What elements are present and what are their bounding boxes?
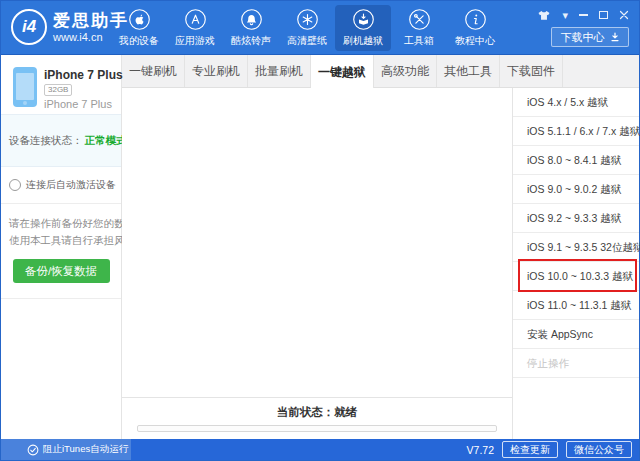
connection-status-value: 正常模式 xyxy=(85,134,127,148)
version-label: V7.72 xyxy=(467,444,494,456)
warning-line-1: 请在操作前备份好您的数据 xyxy=(9,215,113,232)
check-update-button[interactable]: 检查更新 xyxy=(502,441,558,458)
jailbreak-item-ios9-32bit[interactable]: iOS 9.1 ~ 9.3.5 32位越狱 xyxy=(513,233,639,262)
jailbreak-item-label: iOS 5.1.1 / 6.x / 7.x 越狱 xyxy=(527,125,640,137)
jailbreak-item-ios11[interactable]: iOS 11.0 ~ 11.3.1 越狱 xyxy=(513,291,639,320)
nav-item-apps-games[interactable]: 应用游戏 xyxy=(167,5,223,51)
jailbreak-item-label: 安装 AppSync xyxy=(527,328,593,340)
jailbreak-item-label: iOS 9.2 ~ 9.3.3 越狱 xyxy=(527,212,621,224)
tool-tabbar: 一键刷机 专业刷机 批量刷机 一键越狱 高级功能 其他工具 下载固件 xyxy=(122,55,639,88)
footer-right: V7.72 检查更新 微信公众号 xyxy=(467,441,639,458)
tab-pro-flash[interactable]: 专业刷机 xyxy=(185,55,248,87)
tab-advanced[interactable]: 高级功能 xyxy=(374,55,437,87)
nav-item-flash-jailbreak[interactable]: 刷机越狱 xyxy=(335,5,391,51)
info-icon xyxy=(464,8,487,31)
install-appsync-item[interactable]: 安装 AppSync xyxy=(513,320,639,349)
bell-icon xyxy=(240,8,263,31)
jailbreak-item-label: iOS 11.0 ~ 11.3.1 越狱 xyxy=(527,299,631,311)
footer-bar: 阻止iTunes自动运行 V7.72 检查更新 微信公众号 xyxy=(1,439,639,460)
close-button[interactable] xyxy=(619,10,629,20)
nav-label: 酷炫铃声 xyxy=(231,34,271,48)
current-status-text: 当前状态：就绪 xyxy=(122,405,512,420)
minimize-button[interactable] xyxy=(579,14,588,16)
stop-operation-item: 停止操作 xyxy=(513,349,639,378)
nav-label: 教程中心 xyxy=(455,34,495,48)
device-sidebar: iPhone 7 Plus 32GB iPhone 7 Plus 设备连接状态：… xyxy=(1,55,122,439)
nav-label: 工具箱 xyxy=(404,34,434,48)
nav-item-wallpapers[interactable]: 高清壁纸 xyxy=(279,5,335,51)
tab-one-click-jailbreak[interactable]: 一键越狱 xyxy=(311,55,374,89)
nav-label: 高清壁纸 xyxy=(287,34,327,48)
apple-icon xyxy=(128,8,151,31)
jailbreak-item-ios4-5[interactable]: iOS 4.x / 5.x 越狱 xyxy=(513,88,639,117)
jailbreak-item-label: iOS 8.0 ~ 8.4.1 越狱 xyxy=(527,154,621,166)
app-window: i4 爱思助手 www.i4.cn 我的设备 应用 xyxy=(0,0,640,461)
tab-one-click-flash[interactable]: 一键刷机 xyxy=(122,55,185,87)
nav-item-ringtones[interactable]: 酷炫铃声 xyxy=(223,5,279,51)
jailbreak-item-label: iOS 4.x / 5.x 越狱 xyxy=(527,96,608,108)
appstore-icon xyxy=(184,8,207,31)
i4-logo-icon: i4 xyxy=(11,9,47,45)
connection-status-label: 设备连接状态： xyxy=(9,134,83,148)
auto-activate-option[interactable]: 连接后自动激活设备 xyxy=(1,167,121,204)
device-card: iPhone 7 Plus 32GB iPhone 7 Plus xyxy=(1,63,121,114)
nav-label: 我的设备 xyxy=(119,34,159,48)
nav-label: 应用游戏 xyxy=(175,34,215,48)
jailbreak-item-ios8[interactable]: iOS 8.0 ~ 8.4.1 越狱 xyxy=(513,146,639,175)
auto-activate-label: 连接后自动激活设备 xyxy=(26,178,116,192)
tab-other-tools[interactable]: 其他工具 xyxy=(437,55,500,87)
tab-batch-flash[interactable]: 批量刷机 xyxy=(248,55,311,87)
jailbreak-item-label: iOS 10.0 ~ 10.3.3 越狱 xyxy=(527,270,633,282)
tools-icon xyxy=(408,8,431,31)
check-circle-icon xyxy=(27,444,39,456)
tab-download-firmware[interactable]: 下载固件 xyxy=(500,55,563,87)
header-bar: i4 爱思助手 www.i4.cn 我的设备 应用 xyxy=(1,1,639,55)
warning-line-2: 使用本工具请自行承担风险 xyxy=(9,232,113,249)
backup-restore-button[interactable]: 备份/恢复数据 xyxy=(13,259,110,283)
content-area: 当前状态：就绪 xyxy=(122,88,512,439)
download-center-label: 下载中心 xyxy=(561,30,605,45)
nav-item-my-device[interactable]: 我的设备 xyxy=(111,5,167,51)
jailbreak-item-ios9-0[interactable]: iOS 9.0 ~ 9.0.2 越狱 xyxy=(513,175,639,204)
iphone-icon xyxy=(13,67,37,107)
block-itunes-label: 阻止iTunes自动运行 xyxy=(43,443,128,456)
jailbreak-list: iOS 4.x / 5.x 越狱 iOS 5.1.1 / 6.x / 7.x 越… xyxy=(512,88,639,439)
capacity-badge: 32GB xyxy=(44,84,72,96)
download-icon xyxy=(610,32,620,42)
nav-item-tutorials[interactable]: 教程中心 xyxy=(447,5,503,51)
maximize-button[interactable] xyxy=(599,11,608,19)
connection-status: 设备连接状态： 正常模式 xyxy=(1,114,121,167)
main-nav: 我的设备 应用游戏 酷炫铃声 xyxy=(111,5,503,51)
jailbreak-box-icon xyxy=(352,8,375,31)
jailbreak-item-ios9-2[interactable]: iOS 9.2 ~ 9.3.3 越狱 xyxy=(513,204,639,233)
jailbreak-item-label: 停止操作 xyxy=(527,357,569,369)
menu-caret-icon[interactable]: ▾ xyxy=(562,10,568,21)
radio-icon[interactable] xyxy=(9,179,21,191)
wechat-account-button[interactable]: 微信公众号 xyxy=(566,441,632,458)
progress-bar xyxy=(137,425,497,432)
download-center-button[interactable]: 下载中心 xyxy=(551,27,629,47)
snowflake-icon xyxy=(296,8,319,31)
backup-warning-section: 请在操作前备份好您的数据 使用本工具请自行承担风险 备份/恢复数据 xyxy=(1,204,121,299)
block-itunes-toggle[interactable]: 阻止iTunes自动运行 xyxy=(1,439,131,460)
jailbreak-item-label: iOS 9.1 ~ 9.3.5 32位越狱 xyxy=(527,241,640,253)
device-name: iPhone 7 Plus xyxy=(44,68,123,82)
jailbreak-item-label: iOS 9.0 ~ 9.0.2 越狱 xyxy=(527,183,621,195)
jailbreak-item-ios10[interactable]: iOS 10.0 ~ 10.3.3 越狱 xyxy=(513,262,639,291)
jailbreak-item-ios5-6-7[interactable]: iOS 5.1.1 / 6.x / 7.x 越狱 xyxy=(513,117,639,146)
skin-icon[interactable] xyxy=(537,10,551,21)
window-controls: ▾ xyxy=(537,9,629,21)
status-block: 当前状态：就绪 xyxy=(122,397,512,439)
nav-label: 刷机越狱 xyxy=(343,34,383,48)
device-model: iPhone 7 Plus xyxy=(44,98,112,110)
nav-item-toolbox[interactable]: 工具箱 xyxy=(391,5,447,51)
